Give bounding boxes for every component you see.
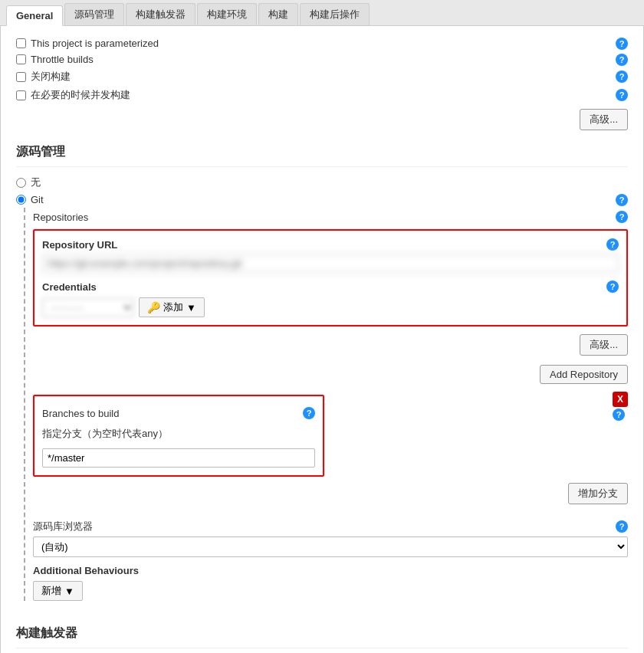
tab-post-build[interactable]: 构建后操作 (300, 3, 370, 25)
credentials-select[interactable]: ············ (42, 298, 134, 317)
tab-build-env[interactable]: 构建环境 (197, 3, 257, 25)
checkbox-throttle-input[interactable] (16, 54, 26, 64)
credentials-field-label: Credentials ? (42, 281, 619, 293)
radio-none-input[interactable] (16, 178, 26, 188)
delete-branch-button[interactable]: X (613, 392, 628, 407)
checkbox-concurrent-build[interactable]: 在必要的时候并发构建 (16, 86, 130, 104)
branches-label: Branches to build (42, 408, 119, 419)
radio-git-row: Git ? (16, 192, 628, 208)
repo-advanced-row: 高级... (33, 330, 628, 360)
parameterized-row: This project is parameterized ? (16, 35, 628, 51)
source-browser-select[interactable]: (自动) (33, 537, 628, 557)
help-icon-concurrent[interactable]: ? (616, 89, 628, 101)
source-browser-label: 源码库浏览器 (33, 520, 93, 533)
branch-item-row: 指定分支（为空时代表any） (42, 427, 315, 468)
repositories-label: Repositories (33, 212, 88, 223)
additional-section: Additional Behaviours 新增 ▼ (33, 565, 628, 601)
source-browser-section: 源码库浏览器 ? (自动) (33, 517, 628, 557)
repo-url-field-label: Repository URL ? (42, 238, 619, 251)
checkbox-parameterized[interactable]: This project is parameterized (16, 35, 159, 51)
radio-git-input[interactable] (16, 195, 26, 205)
repo-url-input[interactable] (42, 254, 619, 273)
add-repository-button[interactable]: Add Repository (540, 365, 628, 384)
checkbox-disable-build-label: 关闭构建 (31, 70, 71, 84)
credentials-row: ············ 🔑 添加 ▼ (42, 297, 619, 317)
help-icon-branch-item[interactable]: ? (613, 409, 625, 421)
radio-git[interactable]: Git (16, 192, 44, 208)
add-repository-row: Add Repository (33, 360, 628, 389)
branch-item-fields: 指定分支（为空时代表any） (42, 427, 315, 468)
new-behaviour-button[interactable]: 新增 ▼ (33, 581, 83, 601)
help-icon-parameterized[interactable]: ? (616, 38, 628, 50)
source-mgmt-title: 源码管理 (16, 135, 628, 167)
branches-config-box: Branches to build ? 指定分支（为空时代表any） (33, 395, 324, 477)
add-credentials-button[interactable]: 🔑 添加 ▼ (139, 297, 205, 317)
repositories-section: Repositories ? Repository URL ? Credenti… (24, 208, 628, 601)
tab-source-mgmt[interactable]: 源码管理 (64, 3, 124, 25)
checkbox-concurrent-build-input[interactable] (16, 90, 26, 100)
checkbox-concurrent-build-label: 在必要的时候并发构建 (31, 88, 130, 102)
branch-value-input[interactable] (42, 448, 315, 468)
help-icon-repositories[interactable]: ? (616, 211, 628, 223)
repo-url-label-text: Repository URL (42, 239, 117, 251)
add-credentials-chevron: ▼ (186, 302, 196, 313)
add-branch-button[interactable]: 增加分支 (568, 483, 628, 504)
new-btn-label: 新增 (41, 584, 61, 598)
branches-section: Branches to build ? 指定分支（为空时代表any） (33, 389, 606, 480)
new-btn-chevron: ▼ (64, 586, 74, 597)
page-wrapper: General 源码管理 构建触发器 构建环境 构建 构建后操作 This pr… (0, 0, 644, 653)
radio-git-label: Git (31, 194, 44, 205)
checkbox-throttle[interactable]: Throttle builds (16, 51, 94, 67)
repositories-label-row: Repositories ? (33, 208, 628, 226)
checkbox-throttle-label: Throttle builds (31, 54, 94, 65)
advanced-button-top[interactable]: 高级... (580, 109, 628, 130)
throttle-row: Throttle builds ? (16, 51, 628, 67)
key-icon: 🔑 (147, 301, 160, 313)
branch-field-label: 指定分支（为空时代表any） (42, 427, 315, 441)
radio-none-row[interactable]: 无 (16, 173, 628, 192)
repo-advanced-button[interactable]: 高级... (580, 334, 628, 356)
tab-general[interactable]: General (6, 5, 63, 26)
tab-build-trigger[interactable]: 构建触发器 (126, 3, 196, 25)
add-branch-row: 增加分支 (33, 480, 628, 507)
source-browser-label-row: 源码库浏览器 ? (33, 517, 628, 537)
repository-config-box: Repository URL ? Credentials ? ·········… (33, 229, 628, 326)
build-trigger-title: 构建触发器 (16, 616, 628, 648)
checkbox-parameterized-input[interactable] (16, 38, 26, 48)
checkbox-disable-build[interactable]: 关闭构建 (16, 67, 71, 86)
help-icon-branches[interactable]: ? (303, 407, 315, 419)
help-icon-git[interactable]: ? (616, 194, 628, 206)
help-icon-repo-url[interactable]: ? (606, 238, 619, 251)
help-icon-disable-build[interactable]: ? (616, 71, 628, 83)
main-content: This project is parameterized ? Throttle… (0, 26, 644, 653)
help-icon-throttle[interactable]: ? (616, 54, 628, 66)
add-credentials-label: 添加 (163, 300, 183, 314)
branch-delete-col: X ? (613, 392, 628, 421)
tab-bar: General 源码管理 构建触发器 构建环境 构建 构建后操作 (0, 0, 644, 26)
branches-section-wrapper: Branches to build ? 指定分支（为空时代表any） X (33, 389, 628, 480)
checkbox-disable-build-input[interactable] (16, 72, 26, 82)
checkbox-parameterized-label: This project is parameterized (31, 38, 159, 49)
concurrent-build-row: 在必要的时候并发构建 ? (16, 86, 628, 104)
disable-build-row: 关闭构建 ? (16, 67, 628, 86)
credentials-label-text: Credentials (42, 281, 97, 293)
branches-label-row: Branches to build ? (42, 404, 315, 422)
help-icon-source-browser[interactable]: ? (616, 520, 628, 533)
help-icon-credentials[interactable]: ? (606, 281, 619, 293)
advanced-row-top: 高级... (16, 104, 628, 135)
tab-build[interactable]: 构建 (258, 3, 298, 25)
radio-none-label: 无 (31, 176, 41, 189)
additional-label: Additional Behaviours (33, 565, 628, 576)
